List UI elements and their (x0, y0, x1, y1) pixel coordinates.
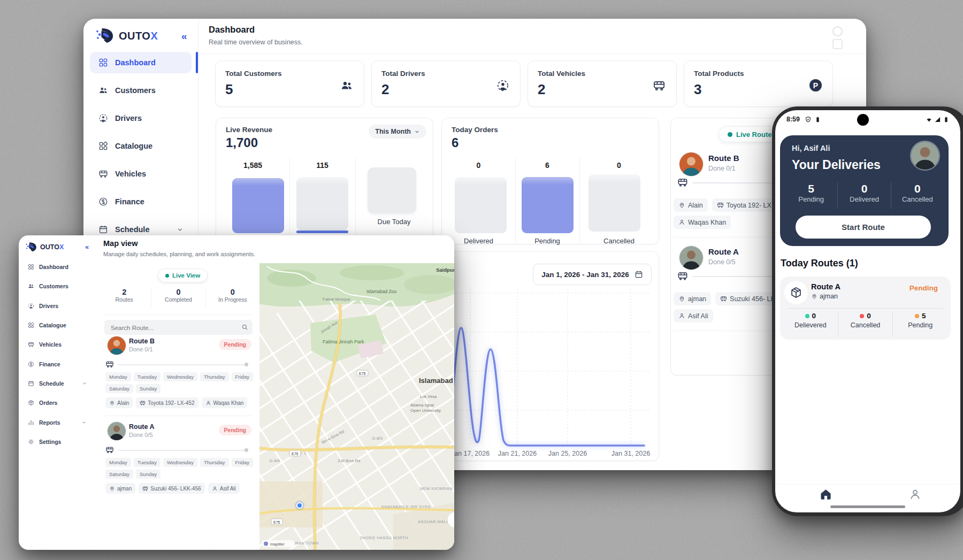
start-route-button[interactable]: Start Route (796, 216, 931, 239)
live-view-toggle[interactable]: Live View (158, 269, 208, 282)
status-badge: Pending (910, 284, 938, 292)
sidebar-item-drivers[interactable]: Drivers (24, 298, 93, 313)
sidebar-collapse-button[interactable]: « (181, 30, 187, 42)
map-label-district5: WAN TOWN (295, 541, 319, 546)
deliveries-card: Hi, Asif Ali Your Deliveries 5Pending 0D… (780, 135, 949, 246)
route-name[interactable]: Route B (708, 154, 739, 163)
route-name[interactable]: Route A (129, 423, 154, 431)
route-done: Done 0/1 (708, 165, 736, 172)
sidebar-item-drivers[interactable]: Drivers (90, 108, 192, 129)
sidebar-item-customers[interactable]: Customers (90, 80, 192, 101)
page-subtitle: Manage daily schedules, planning, and wo… (103, 251, 255, 257)
person-icon (205, 400, 211, 406)
routox-logo-mark (95, 27, 116, 44)
sidebar-item-schedule[interactable]: Schedule (24, 376, 93, 390)
logo-text-accent: X (150, 30, 158, 42)
bus-icon (653, 79, 666, 92)
bar-value: 115 (289, 161, 355, 170)
bar-value: 1,585 (216, 161, 289, 170)
sidebar-item-vehicles[interactable]: Vehicles (24, 337, 93, 351)
sidebar-collapse-button[interactable]: « (85, 243, 89, 251)
sidebar-item-finance[interactable]: Finance (90, 191, 192, 212)
sidebar-item-vehicles[interactable]: Vehicles (90, 163, 192, 185)
route-name[interactable]: Route A (708, 247, 739, 256)
mini-sidebar: OUTOX « Dashboard Customers Drivers Cata… (19, 235, 98, 550)
phone-screen: 8:59 Hi, Asif Ali Your Deliveries 5Pendi… (775, 110, 960, 512)
wifi-icon (926, 116, 933, 123)
sidebar-item-settings[interactable]: Settings (24, 434, 93, 449)
orders-curve (450, 328, 644, 446)
person-icon (678, 219, 685, 226)
map-label-district1: NEW KATARIAN (420, 486, 453, 491)
map-area[interactable]: Saidpur Islamabad Zoo Faisal Mosque Fati… (259, 263, 454, 550)
driver-chip: Waqas Khan (202, 397, 248, 408)
sidebar-item-orders[interactable]: Orders (24, 395, 93, 410)
live-dot-icon (728, 132, 732, 137)
period-dropdown[interactable]: This Month (369, 125, 426, 139)
search-route-input[interactable] (110, 320, 235, 336)
route-name[interactable]: Route B (129, 337, 155, 345)
map-attribution: maptiler (262, 540, 295, 547)
bus-icon (717, 202, 724, 209)
stat-pending: 5 Pending (893, 312, 947, 336)
driver-chip: Waqas Khan (674, 216, 731, 229)
stat-delivered: 0 Delievered (783, 312, 838, 336)
customers-icon (28, 283, 34, 289)
page-header: Dashboard Real time overview of business… (198, 19, 866, 54)
product-p-icon: P (809, 79, 822, 91)
calendar-icon (28, 380, 34, 387)
profile-nav-icon[interactable] (908, 488, 922, 501)
driver-badge-icon (496, 79, 509, 92)
live-route-badge[interactable]: Live Route (719, 126, 781, 142)
revenue-total: 1,700 (226, 135, 258, 150)
routox-logo-mark (25, 242, 38, 252)
logo: OUTOX (95, 27, 158, 44)
x-axis-label: Jan 21, 2026 (498, 450, 537, 457)
driver-avatar[interactable] (910, 141, 940, 171)
location-chip: Alain (105, 397, 133, 408)
search-icon[interactable] (241, 324, 248, 331)
page-title: Map view (103, 239, 137, 248)
shield-icon (805, 116, 812, 123)
chevron-down-icon (82, 381, 87, 386)
dashboard-grid-icon (98, 58, 108, 67)
location-chip: Alain (674, 198, 708, 212)
bar-delivered (455, 177, 507, 233)
sidebar-item-dashboard[interactable]: Dashboard (24, 259, 93, 274)
deliveries-stats: 5Pending 0Delivered 0Cancelled (785, 182, 944, 209)
stat-value: 2 (538, 81, 545, 98)
live-location-marker (297, 503, 302, 508)
page-subtitle: Real time overview of business. (209, 39, 303, 46)
sidebar-item-customers[interactable]: Customers (24, 279, 93, 293)
bar-pending-underline (296, 231, 348, 233)
active-indicator (196, 52, 198, 73)
sidebar-item-finance[interactable]: Finance (24, 357, 93, 371)
sidebar-item-dashboard[interactable]: Dashboard (90, 52, 192, 73)
stat-delivered: 0Delivered (838, 182, 891, 209)
map-label-museum: Lok Virsa (420, 394, 437, 399)
orange-dot-icon (915, 314, 919, 318)
bus-icon (28, 341, 34, 348)
today-routes-heading: Today Routes (1) (781, 258, 858, 269)
bus-progress-icon (105, 446, 114, 454)
map-label-city: Islamabad (419, 377, 453, 385)
stat-cancelled: 0Cancelled (891, 182, 944, 209)
driver-avatar (679, 246, 703, 270)
home-nav-icon[interactable] (819, 488, 832, 501)
map-label-district3: ASGHAR MALL (418, 519, 449, 524)
package-cube-icon (790, 286, 802, 299)
today-route-card[interactable]: Route A ajman Pending 0 Delievered 0 Can… (780, 277, 951, 340)
deliveries-title: Your Deliveries (792, 158, 881, 172)
route-days: Monday Tuesday Wednesday Thursday Friday… (105, 372, 254, 393)
sidebar-item-catalogue[interactable]: Catalogue (24, 318, 93, 332)
pin-icon (678, 202, 685, 209)
gesture-handle[interactable] (830, 505, 905, 508)
sidebar-item-reports[interactable]: Reports (24, 415, 93, 429)
x-axis-label: Jan 25, 2026 (548, 450, 587, 457)
calendar-icon (98, 225, 108, 234)
bar-cancelled (588, 174, 640, 232)
status-time: 8:59 (786, 116, 800, 123)
finance-icon (28, 361, 34, 367)
sidebar-item-catalogue[interactable]: Catalogue (90, 135, 192, 157)
bus-progress-icon (677, 271, 688, 281)
